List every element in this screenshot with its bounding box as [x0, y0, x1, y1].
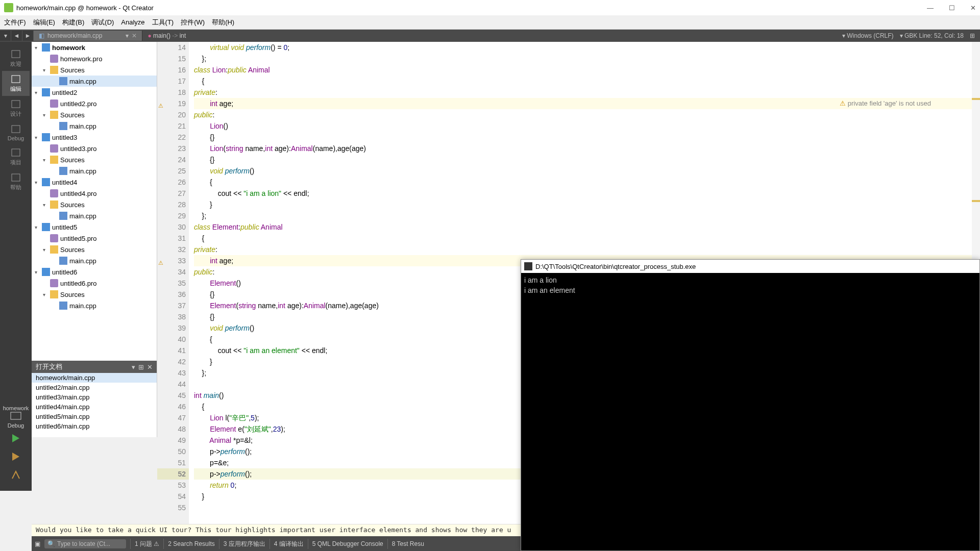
- tree-node[interactable]: ▾Sources: [32, 199, 157, 210]
- project-tree[interactable]: ▾homeworkhomework.pro▾Sourcesmain.cpp▾un…: [32, 42, 157, 361]
- output-tab[interactable]: 4 编译输出: [270, 539, 308, 549]
- menu-item[interactable]: 构建(B): [62, 18, 84, 27]
- symbol-breadcrumb[interactable]: ● main() -> int: [142, 31, 191, 41]
- open-doc-item[interactable]: untitled5/main.cpp: [32, 412, 157, 421]
- mode-设计[interactable]: 设计: [2, 96, 30, 121]
- mode-欢迎[interactable]: 欢迎: [2, 46, 30, 71]
- menu-bar: 文件(F)编辑(E)构建(B)调试(D)Analyze工具(T)控件(W)帮助(…: [0, 15, 980, 30]
- editor-toolbar: ▾ ◄ ► ◧ homework/main.cpp ▾ ✕ ● main() -…: [0, 30, 980, 42]
- maximize-button[interactable]: ☐: [949, 4, 955, 12]
- svg-marker-8: [12, 453, 19, 461]
- split-icon[interactable]: ⊞: [970, 32, 975, 39]
- svg-marker-7: [12, 434, 19, 442]
- tree-node[interactable]: ▾Sources: [32, 244, 157, 255]
- svg-rect-0: [12, 51, 20, 58]
- open-docs-combo[interactable]: ▾: [132, 363, 135, 371]
- build-button[interactable]: [10, 469, 21, 483]
- menu-item[interactable]: Analyze: [121, 18, 144, 26]
- tree-node[interactable]: main.cpp: [32, 210, 157, 221]
- close-button[interactable]: ✕: [970, 4, 976, 12]
- project-combo[interactable]: ▾: [0, 31, 11, 41]
- open-docs-close[interactable]: ✕: [147, 363, 153, 371]
- tree-node[interactable]: ▾untitled3: [32, 132, 157, 143]
- tree-node[interactable]: homework.pro: [32, 53, 157, 64]
- output-toggle-icon[interactable]: ▣: [35, 540, 40, 547]
- tree-node[interactable]: untitled5.pro: [32, 233, 157, 244]
- tree-node[interactable]: ▾untitled4: [32, 177, 157, 188]
- tree-node[interactable]: untitled6.pro: [32, 278, 157, 289]
- output-tab[interactable]: 8 Test Resu: [387, 539, 428, 549]
- app-logo: [4, 3, 13, 12]
- file-tab-label: homework/main.cpp: [47, 32, 102, 39]
- menu-item[interactable]: 控件(W): [181, 18, 205, 27]
- tree-node[interactable]: main.cpp: [32, 300, 157, 311]
- console-icon: [524, 262, 532, 270]
- svg-rect-6: [11, 412, 21, 419]
- svg-rect-4: [12, 149, 20, 156]
- locator-input[interactable]: 🔍 Type to locate (Ct...: [44, 539, 126, 548]
- tree-node[interactable]: ▾homework: [32, 42, 157, 53]
- svg-rect-5: [12, 174, 20, 181]
- close-tab-icon[interactable]: ✕: [132, 32, 137, 39]
- run-button[interactable]: [10, 433, 21, 446]
- tree-node[interactable]: untitled2.pro: [32, 98, 157, 109]
- debug-run-button[interactable]: [10, 451, 21, 464]
- mode-项目[interactable]: 项目: [2, 144, 30, 169]
- svg-rect-1: [12, 76, 20, 83]
- tree-node[interactable]: ▾Sources: [32, 154, 157, 165]
- output-tab[interactable]: 5 QML Debugger Console: [308, 539, 387, 549]
- encoding-position[interactable]: ▾ GBK Line: 52, Col: 18: [900, 32, 964, 39]
- tree-node[interactable]: ▾untitled5: [32, 221, 157, 233]
- menu-item[interactable]: 调试(D): [91, 18, 114, 27]
- window-titlebar: homework/main.cpp @ homework - Qt Creato…: [0, 0, 980, 15]
- open-doc-item[interactable]: homework/main.cpp: [32, 373, 157, 383]
- open-doc-item[interactable]: untitled6/main.cpp: [32, 421, 157, 431]
- menu-item[interactable]: 编辑(E): [33, 18, 55, 27]
- tree-node[interactable]: ▾Sources: [32, 64, 157, 76]
- svg-rect-3: [12, 126, 20, 133]
- output-tab[interactable]: 2 Search Results: [163, 539, 218, 549]
- tree-node[interactable]: ▾untitled2: [32, 87, 157, 98]
- open-doc-item[interactable]: untitled2/main.cpp: [32, 383, 157, 392]
- minimize-button[interactable]: —: [927, 4, 934, 12]
- mode-编辑[interactable]: 编辑: [2, 71, 30, 96]
- mode-sidebar: 欢迎编辑设计Debug项目帮助 homework Debug: [0, 42, 32, 491]
- tree-node[interactable]: main.cpp: [32, 120, 157, 132]
- console-title: D:\QT\Tools\QtCreator\bin\qtcreator_proc…: [535, 263, 696, 270]
- open-doc-item[interactable]: untitled3/main.cpp: [32, 392, 157, 402]
- open-doc-item[interactable]: untitled4/main.cpp: [32, 402, 157, 412]
- nav-back-button[interactable]: ◄: [11, 31, 22, 41]
- tree-node[interactable]: untitled4.pro: [32, 188, 157, 199]
- line-ending-combo[interactable]: ▾ Windows (CRLF): [842, 32, 894, 39]
- window-title: homework/main.cpp @ homework - Qt Creato…: [16, 4, 154, 12]
- cpp-file-icon: ◧: [39, 32, 44, 39]
- menu-item[interactable]: 工具(T): [152, 18, 174, 27]
- menu-item[interactable]: 文件(F): [4, 18, 26, 27]
- file-tab[interactable]: ◧ homework/main.cpp ▾ ✕: [34, 31, 142, 41]
- tree-node[interactable]: main.cpp: [32, 165, 157, 177]
- mode-Debug[interactable]: Debug: [2, 121, 30, 144]
- output-tab[interactable]: 1 问题 ⚠: [130, 539, 163, 549]
- tree-node[interactable]: main.cpp: [32, 255, 157, 266]
- output-tab[interactable]: 3 应用程序输出: [219, 539, 270, 549]
- tree-node[interactable]: ▾untitled6: [32, 266, 157, 278]
- open-docs-split[interactable]: ⊞: [138, 363, 144, 371]
- tree-node[interactable]: ▾Sources: [32, 289, 157, 300]
- tree-node[interactable]: untitled3.pro: [32, 143, 157, 154]
- nav-fwd-button[interactable]: ►: [22, 31, 34, 41]
- console-window[interactable]: D:\QT\Tools\QtCreator\bin\qtcreator_proc…: [521, 259, 980, 551]
- mode-帮助[interactable]: 帮助: [2, 169, 30, 194]
- tree-node[interactable]: ▾Sources: [32, 109, 157, 120]
- search-icon: 🔍: [47, 540, 55, 547]
- open-documents-pane: 打开文档 ▾ ⊞ ✕ homework/main.cppuntitled2/ma…: [32, 361, 157, 437]
- open-docs-title: 打开文档: [36, 362, 62, 371]
- kit-selector[interactable]: homework Debug: [2, 405, 30, 429]
- svg-rect-2: [12, 101, 20, 108]
- menu-item[interactable]: 帮助(H): [212, 18, 234, 27]
- tree-node[interactable]: main.cpp: [32, 76, 157, 87]
